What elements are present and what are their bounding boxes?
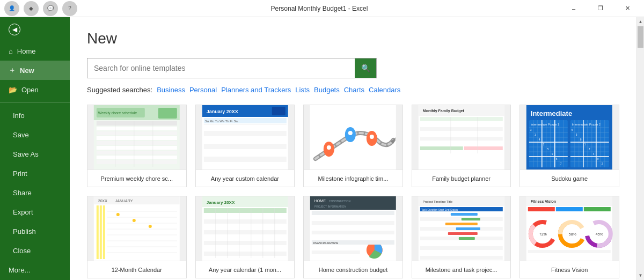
svg-rect-44 xyxy=(420,137,503,141)
vertical-scrollbar[interactable]: ▲ ▼ xyxy=(636,17,644,280)
svg-rect-136 xyxy=(203,219,286,224)
svg-rect-185 xyxy=(420,251,503,255)
search-button[interactable]: 🔍 xyxy=(355,58,376,78)
svg-rect-174 xyxy=(462,218,480,220)
template-card-gantt[interactable]: Project Timeline Title Task Duration Sta… xyxy=(412,196,511,278)
svg-text:5: 5 xyxy=(572,128,573,131)
suggested-personal[interactable]: Personal xyxy=(189,86,217,94)
svg-text:Project Timeline Title: Project Timeline Title xyxy=(423,200,453,203)
sidebar-item-print[interactable]: Print xyxy=(0,164,70,183)
template-card-construction[interactable]: HOME CONSTRUCTION PROJECT INFORMATION xyxy=(303,196,403,278)
svg-text:Fitness Vision: Fitness Vision xyxy=(531,200,556,203)
svg-text:Weekly chore schedule: Weekly chore schedule xyxy=(98,111,137,115)
template-card-year-1m[interactable]: January 20XX xyxy=(195,196,295,278)
svg-text:January 20XX: January 20XX xyxy=(206,109,238,114)
chat-icon[interactable]: 💬 xyxy=(43,1,58,16)
svg-rect-165 xyxy=(312,255,360,259)
sidebar-item-publish[interactable]: Publish xyxy=(0,222,70,241)
template-label-family-budget: Family budget planner xyxy=(412,170,511,187)
sidebar-item-save[interactable]: Save xyxy=(0,126,70,145)
suggested-charts[interactable]: Charts xyxy=(344,86,364,94)
app-body: ◀ ⌂ Home ＋ New 📂 Open Info Save Save As xyxy=(0,17,644,280)
sidebar-item-export[interactable]: Export xyxy=(0,203,70,222)
scrollbar-track[interactable] xyxy=(637,26,644,271)
svg-rect-157 xyxy=(312,226,394,230)
scrollbar-thumb[interactable] xyxy=(638,26,643,48)
sidebar-item-new[interactable]: ＋ New xyxy=(0,61,70,80)
svg-text:20XX: 20XX xyxy=(98,199,107,203)
template-thumb-year-1m: January 20XX xyxy=(196,196,295,261)
suggested-lists[interactable]: Lists xyxy=(295,86,310,94)
suggested-calendars[interactable]: Calendars xyxy=(369,86,400,94)
sidebar-label-open: Open xyxy=(21,86,39,94)
minimize-button[interactable]: – xyxy=(561,0,586,17)
sidebar-item-save-as[interactable]: Save As xyxy=(0,145,70,164)
template-label-year-1m: Any year calendar (1 mon... xyxy=(196,261,295,278)
template-card-milestone[interactable]: Milestone infographic tim... xyxy=(303,105,403,187)
sidebar-item-more[interactable]: More... xyxy=(0,261,70,280)
template-card-calendar[interactable]: January 20XX Su Mo Tu We Th Fr Sa xyxy=(195,105,295,187)
svg-text:CONSTRUCTION: CONSTRUCTION xyxy=(329,200,351,203)
scroll-up-arrow[interactable]: ▲ xyxy=(637,17,645,26)
svg-rect-23 xyxy=(203,124,286,130)
diamond-icon[interactable]: ◆ xyxy=(24,1,39,16)
sidebar-label-more: More... xyxy=(9,266,30,274)
svg-text:JANUARY: JANUARY xyxy=(115,199,133,203)
template-card-fitness[interactable]: Fitness Vision 72% 58% xyxy=(519,196,619,278)
svg-text:1: 1 xyxy=(584,143,586,146)
svg-text:4: 4 xyxy=(539,138,540,141)
svg-rect-186 xyxy=(420,256,503,260)
svg-text:8: 8 xyxy=(580,138,582,141)
svg-rect-12 xyxy=(97,160,177,164)
back-button[interactable]: ◀ xyxy=(0,17,70,41)
user-avatar-icon[interactable]: 👤 xyxy=(4,1,19,16)
close-button[interactable]: ✕ xyxy=(615,0,640,17)
svg-text:FINANCIAL REVIEW: FINANCIAL REVIEW xyxy=(313,241,338,245)
template-card-12month[interactable]: 20XX JANUARY xyxy=(87,196,187,278)
restore-button[interactable]: ❐ xyxy=(588,0,613,17)
help-icon[interactable]: ? xyxy=(62,1,77,16)
sidebar-item-open[interactable]: 📂 Open xyxy=(0,80,70,99)
scroll-down-arrow[interactable]: ▼ xyxy=(637,271,645,280)
template-label-sudoku: Sudoku game xyxy=(520,170,619,187)
template-thumb-family-budget: Monthly Family Budget xyxy=(412,105,511,170)
suggested-budgets[interactable]: Budgets xyxy=(314,86,340,94)
suggested-business[interactable]: Business xyxy=(157,86,185,94)
svg-point-34 xyxy=(348,131,353,135)
sidebar-item-close[interactable]: Close xyxy=(0,241,70,261)
sidebar-label-close: Close xyxy=(13,247,31,255)
template-thumb-12month: 20XX JANUARY xyxy=(87,196,186,261)
svg-rect-40 xyxy=(420,117,503,121)
page-title: New xyxy=(87,30,619,47)
svg-rect-158 xyxy=(312,231,394,234)
svg-text:3: 3 xyxy=(530,128,532,131)
svg-rect-139 xyxy=(203,235,286,240)
sidebar-label-export: Export xyxy=(13,208,33,216)
svg-rect-5 xyxy=(97,127,177,130)
svg-text:3: 3 xyxy=(576,133,577,136)
sidebar-item-info[interactable]: Info xyxy=(0,106,70,126)
template-card-chore[interactable]: Weekly chore schedule xyxy=(87,105,187,187)
calendar-thumb-svg: January 20XX Su Mo Tu We Th Fr Sa xyxy=(196,105,295,170)
sidebar-item-share[interactable]: Share xyxy=(0,183,70,203)
sidebar-item-home[interactable]: ⌂ Home xyxy=(0,41,70,61)
chore-thumb-svg: Weekly chore schedule xyxy=(87,105,186,170)
sidebar-label-publish: Publish xyxy=(13,227,36,235)
svg-rect-154 xyxy=(312,211,394,215)
svg-rect-41 xyxy=(420,122,503,126)
svg-text:72%: 72% xyxy=(539,232,547,236)
template-thumb-calendar: January 20XX Su Mo Tu We Th Fr Sa xyxy=(196,105,295,170)
template-card-sudoku[interactable]: Intermediate Intermediate Puzzle 1 xyxy=(519,105,619,187)
svg-text:45%: 45% xyxy=(596,232,603,236)
svg-rect-43 xyxy=(420,132,503,136)
suggested-planners[interactable]: Planners and Trackers xyxy=(221,86,291,94)
svg-point-32 xyxy=(327,145,331,150)
template-card-family-budget[interactable]: Monthly Family Budget xyxy=(412,105,511,187)
svg-rect-184 xyxy=(420,246,503,250)
svg-rect-52 xyxy=(529,120,568,167)
svg-text:Su Mo Tu We Th Fr Sa: Su Mo Tu We Th Fr Sa xyxy=(204,120,238,123)
template-label-construction: Home construction budget xyxy=(304,261,402,278)
svg-text:9: 9 xyxy=(597,157,599,160)
svg-text:58%: 58% xyxy=(569,232,576,236)
search-input[interactable] xyxy=(87,60,355,77)
